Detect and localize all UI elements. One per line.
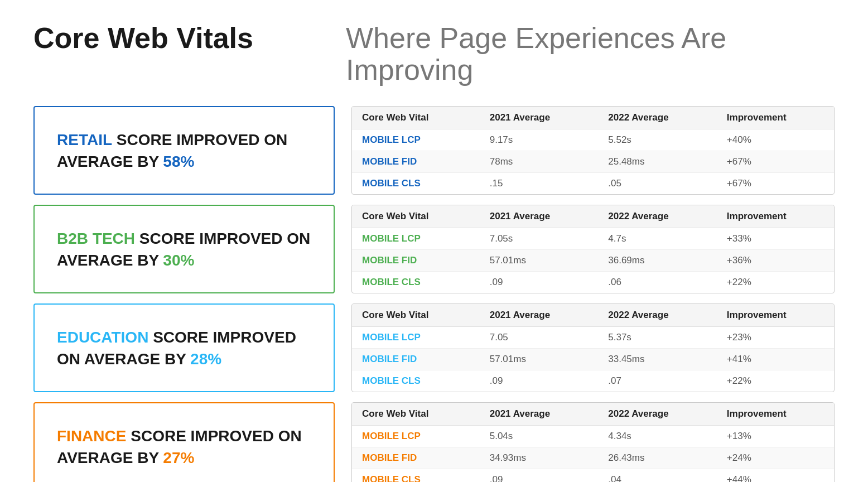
card-text-fin: FINANCE SCORE IMPROVED ON AVERAGE BY 27% — [57, 425, 311, 469]
table-row: MOBILE CLS.09.06+22% — [352, 272, 834, 293]
table-row: MOBILE FID78ms25.48ms+67% — [352, 151, 834, 173]
avg2022-cell: 26.43ms — [598, 447, 717, 469]
improvement-cell: +33% — [717, 228, 834, 250]
section-retail: RETAIL SCORE IMPROVED ON AVERAGE BY 58%C… — [33, 106, 835, 195]
vital-name-cell: MOBILE FID — [352, 349, 480, 370]
vital-name-cell: MOBILE LCP — [352, 228, 480, 250]
table-row: MOBILE LCP7.05s4.7s+33% — [352, 228, 834, 250]
improvement-cell: +67% — [717, 173, 834, 195]
avg2021-cell: .09 — [480, 469, 599, 482]
th-col4-edu: Improvement — [717, 304, 834, 327]
card-brand-b2b: B2B TECH — [57, 230, 135, 247]
th-col1-fin: Core Web Vital — [352, 403, 480, 426]
sub-title: Where Page Experiences Are Improving — [346, 22, 835, 86]
vital-name-cell: MOBILE CLS — [352, 272, 480, 293]
table-edu: Core Web Vital2021 Average2022 AverageIm… — [351, 303, 835, 392]
avg2022-cell: .07 — [598, 370, 717, 392]
improvement-cell: +24% — [717, 447, 834, 469]
avg2021-cell: .09 — [480, 370, 599, 392]
vital-name-cell: MOBILE LCP — [352, 327, 480, 349]
avg2021-cell: 78ms — [480, 151, 599, 173]
improvement-cell: +22% — [717, 272, 834, 293]
avg2022-cell: 33.45ms — [598, 349, 717, 370]
avg2022-cell: 4.7s — [598, 228, 717, 250]
table-row: MOBILE CLS.15.05+67% — [352, 173, 834, 195]
th-col2-fin: 2021 Average — [480, 403, 599, 426]
vital-name-cell: MOBILE CLS — [352, 469, 480, 482]
section-fin: FINANCE SCORE IMPROVED ON AVERAGE BY 27%… — [33, 402, 835, 482]
avg2021-cell: 7.05s — [480, 228, 599, 250]
vital-name-cell: MOBILE LCP — [352, 426, 480, 447]
card-brand-edu: EDUCATION — [57, 329, 148, 346]
avg2022-cell: 36.69ms — [598, 250, 717, 272]
th-col3-edu: 2022 Average — [598, 304, 717, 327]
th-col3-b2b: 2022 Average — [598, 205, 717, 228]
avg2022-cell: 5.37s — [598, 327, 717, 349]
card-pct-fin: 27% — [163, 449, 194, 466]
content-area: RETAIL SCORE IMPROVED ON AVERAGE BY 58%C… — [33, 106, 835, 482]
th-col4-fin: Improvement — [717, 403, 834, 426]
th-col1-retail: Core Web Vital — [352, 107, 480, 129]
card-pct-edu: 28% — [190, 350, 221, 368]
card-retail: RETAIL SCORE IMPROVED ON AVERAGE BY 58% — [33, 106, 335, 195]
avg2022-cell: 25.48ms — [598, 151, 717, 173]
section-b2b: B2B TECH SCORE IMPROVED ON AVERAGE BY 30… — [33, 205, 835, 293]
table-row: MOBILE LCP9.17s5.52s+40% — [352, 129, 834, 151]
avg2022-cell: .05 — [598, 173, 717, 195]
avg2021-cell: 5.04s — [480, 426, 599, 447]
avg2022-cell: .06 — [598, 272, 717, 293]
main-title: Core Web Vitals — [33, 22, 346, 54]
avg2021-cell: 57.01ms — [480, 349, 599, 370]
page-container: Core Web Vitals Where Page Experiences A… — [33, 22, 835, 482]
avg2021-cell: .15 — [480, 173, 599, 195]
improvement-cell: +36% — [717, 250, 834, 272]
section-edu: EDUCATION SCORE IMPROVED ON AVERAGE BY 2… — [33, 303, 835, 392]
table-row: MOBILE LCP7.055.37s+23% — [352, 327, 834, 349]
improvement-cell: +67% — [717, 151, 834, 173]
avg2021-cell: 34.93ms — [480, 447, 599, 469]
avg2021-cell: .09 — [480, 272, 599, 293]
card-edu: EDUCATION SCORE IMPROVED ON AVERAGE BY 2… — [33, 303, 335, 392]
avg2022-cell: 5.52s — [598, 129, 717, 151]
improvement-cell: +23% — [717, 327, 834, 349]
vital-name-cell: MOBILE CLS — [352, 370, 480, 392]
card-pct-retail: 58% — [163, 153, 194, 170]
avg2022-cell: 4.34s — [598, 426, 717, 447]
card-pct-b2b: 30% — [163, 252, 194, 269]
vital-name-cell: MOBILE FID — [352, 447, 480, 469]
vital-name-cell: MOBILE FID — [352, 250, 480, 272]
th-col1-b2b: Core Web Vital — [352, 205, 480, 228]
card-brand-fin: FINANCE — [57, 427, 126, 445]
avg2022-cell: .04 — [598, 469, 717, 482]
th-col1-edu: Core Web Vital — [352, 304, 480, 327]
vital-name-cell: MOBILE CLS — [352, 173, 480, 195]
th-col2-retail: 2021 Average — [480, 107, 599, 129]
improvement-cell: +44% — [717, 469, 834, 482]
table-row: MOBILE CLS.09.04+44% — [352, 469, 834, 482]
table-row: MOBILE FID57.01ms33.45ms+41% — [352, 349, 834, 370]
improvement-cell: +41% — [717, 349, 834, 370]
header-row: Core Web Vitals Where Page Experiences A… — [33, 22, 835, 86]
card-text-edu: EDUCATION SCORE IMPROVED ON AVERAGE BY 2… — [57, 326, 311, 370]
table-retail: Core Web Vital2021 Average2022 AverageIm… — [351, 106, 835, 195]
th-col2-b2b: 2021 Average — [480, 205, 599, 228]
table-row: MOBILE FID34.93ms26.43ms+24% — [352, 447, 834, 469]
th-col3-retail: 2022 Average — [598, 107, 717, 129]
th-col3-fin: 2022 Average — [598, 403, 717, 426]
card-fin: FINANCE SCORE IMPROVED ON AVERAGE BY 27% — [33, 402, 335, 482]
table-row: MOBILE FID57.01ms36.69ms+36% — [352, 250, 834, 272]
vital-name-cell: MOBILE FID — [352, 151, 480, 173]
table-row: MOBILE LCP5.04s4.34s+13% — [352, 426, 834, 447]
improvement-cell: +13% — [717, 426, 834, 447]
th-col2-edu: 2021 Average — [480, 304, 599, 327]
card-text-retail: RETAIL SCORE IMPROVED ON AVERAGE BY 58% — [57, 129, 311, 172]
improvement-cell: +22% — [717, 370, 834, 392]
improvement-cell: +40% — [717, 129, 834, 151]
avg2021-cell: 9.17s — [480, 129, 599, 151]
card-text-b2b: B2B TECH SCORE IMPROVED ON AVERAGE BY 30… — [57, 228, 311, 271]
card-b2b: B2B TECH SCORE IMPROVED ON AVERAGE BY 30… — [33, 205, 335, 293]
th-col4-b2b: Improvement — [717, 205, 834, 228]
vital-name-cell: MOBILE LCP — [352, 129, 480, 151]
card-brand-retail: RETAIL — [57, 131, 112, 148]
avg2021-cell: 7.05 — [480, 327, 599, 349]
